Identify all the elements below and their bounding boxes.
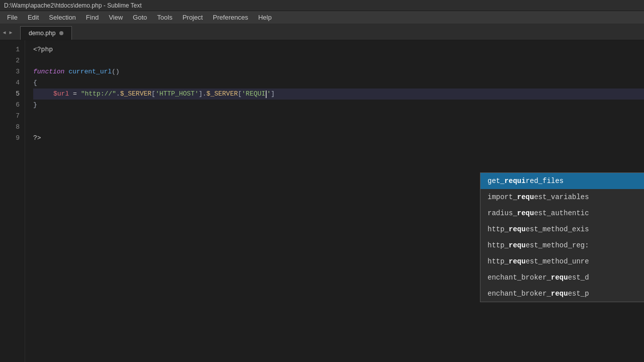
ac-suffix-2: est_authentic bbox=[534, 209, 589, 217]
menu-bar: File Edit Selection Find View Goto Tools… bbox=[0, 11, 644, 24]
title-bar: D:\Wamp\apache2\htdocs\demo.php - Sublim… bbox=[0, 0, 644, 11]
ac-suffix-3: est_method_exis bbox=[526, 225, 589, 233]
autocomplete-dropdown[interactable]: get_required_files import_request_variab… bbox=[480, 172, 644, 302]
ac-suffix-4: est_method_reg: bbox=[526, 241, 589, 249]
ac-match-4: requ bbox=[509, 241, 526, 249]
menu-help[interactable]: Help bbox=[253, 12, 277, 23]
ac-item-0[interactable]: get_required_files bbox=[480, 173, 644, 189]
menu-preferences[interactable]: Preferences bbox=[208, 12, 253, 23]
ac-item-1[interactable]: import_request_variables bbox=[480, 189, 644, 205]
editor: 1 2 3 4 5 6 7 8 9 <?php function current… bbox=[0, 40, 644, 362]
ac-prefix-6: enchant_broker_ bbox=[488, 274, 551, 282]
menu-view[interactable]: View bbox=[104, 12, 128, 23]
ac-match-3: requ bbox=[509, 225, 526, 233]
line-num-5: 5 bbox=[0, 88, 20, 100]
menu-file[interactable]: File bbox=[2, 12, 23, 23]
code-line-7 bbox=[33, 111, 644, 122]
code-line-6: } bbox=[33, 100, 644, 111]
line-num-4: 4 bbox=[0, 77, 20, 88]
ac-prefix-2: radius_ bbox=[488, 209, 517, 217]
ac-item-4[interactable]: http_request_method_reg: bbox=[480, 237, 644, 253]
code-area[interactable]: <?php function current_url () { $url = "… bbox=[25, 40, 644, 362]
ac-match-1: requ bbox=[517, 193, 534, 201]
menu-tools[interactable]: Tools bbox=[152, 12, 177, 23]
ac-item-5[interactable]: http_request_method_unre bbox=[480, 253, 644, 269]
line-num-6: 6 bbox=[0, 100, 20, 111]
ac-item-7[interactable]: enchant_broker_request_p bbox=[480, 286, 644, 302]
ac-match-2: requ bbox=[517, 209, 534, 217]
menu-selection[interactable]: Selection bbox=[44, 12, 80, 23]
ac-prefix-4: http_ bbox=[488, 241, 509, 249]
line-num-3: 3 bbox=[0, 66, 20, 77]
ac-suffix-0: red_files bbox=[526, 177, 564, 185]
code-line-2 bbox=[33, 55, 644, 66]
ac-prefix-7: enchant_broker_ bbox=[488, 290, 551, 298]
tab-modified-dot bbox=[59, 31, 63, 35]
ac-suffix-1: est_variables bbox=[534, 193, 589, 201]
ac-prefix-0: get_ bbox=[488, 177, 505, 185]
ac-suffix-5: est_method_unre bbox=[526, 257, 589, 265]
code-line-8 bbox=[33, 122, 644, 133]
line-num-1: 1 bbox=[0, 44, 20, 55]
ac-suffix-6: est_d bbox=[568, 274, 589, 282]
ac-match-6: requ bbox=[551, 274, 568, 282]
ac-prefix-3: http_ bbox=[488, 225, 509, 233]
menu-goto[interactable]: Goto bbox=[128, 12, 152, 23]
line-num-7: 7 bbox=[0, 111, 20, 122]
ac-prefix-1: import_ bbox=[488, 193, 517, 201]
code-line-4: { bbox=[33, 77, 644, 88]
ac-match-0: requi bbox=[505, 177, 526, 185]
tab-bar: ◂ ▸ demo.php bbox=[0, 24, 644, 40]
tab-demo-php[interactable]: demo.php bbox=[20, 26, 72, 40]
ac-prefix-5: http_ bbox=[488, 257, 509, 265]
code-line-1: <?php bbox=[33, 44, 644, 55]
code-line-9: ?> bbox=[33, 133, 644, 144]
code-line-5: $url = "http://" . $_SERVER [ 'HTTP_HOST… bbox=[33, 88, 644, 100]
title-text: D:\Wamp\apache2\htdocs\demo.php - Sublim… bbox=[4, 2, 141, 9]
ac-match-7: requ bbox=[551, 290, 568, 298]
ac-item-3[interactable]: http_request_method_exis bbox=[480, 221, 644, 237]
menu-edit[interactable]: Edit bbox=[23, 12, 44, 23]
menu-find[interactable]: Find bbox=[81, 12, 104, 23]
ac-match-5: requ bbox=[509, 257, 526, 265]
line-numbers: 1 2 3 4 5 6 7 8 9 bbox=[0, 40, 25, 362]
menu-project[interactable]: Project bbox=[178, 12, 208, 23]
line-num-9: 9 bbox=[0, 133, 20, 144]
tab-label: demo.php bbox=[29, 30, 55, 37]
line-num-2: 2 bbox=[0, 55, 20, 66]
line-num-8: 8 bbox=[0, 122, 20, 133]
ac-item-2[interactable]: radius_request_authentic bbox=[480, 205, 644, 221]
ac-suffix-7: est_p bbox=[568, 290, 589, 298]
tab-nav-back[interactable]: ◂ bbox=[2, 28, 7, 37]
tab-nav-forward[interactable]: ▸ bbox=[9, 28, 13, 37]
ac-item-6[interactable]: enchant_broker_request_d bbox=[480, 269, 644, 286]
code-line-3: function current_url () bbox=[33, 66, 644, 77]
